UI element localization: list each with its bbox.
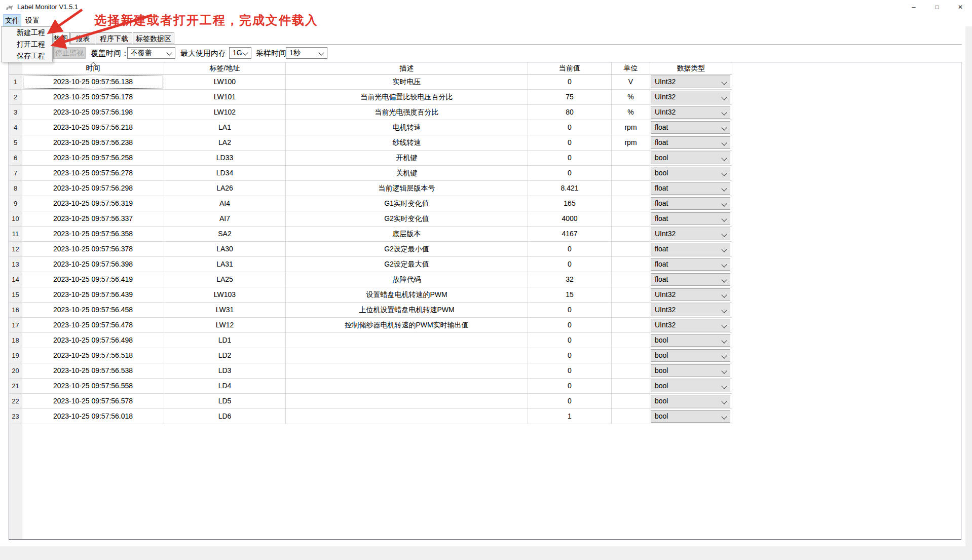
cell-value[interactable]: 0 bbox=[528, 379, 612, 394]
cell-description[interactable]: G2设定最小值 bbox=[286, 242, 528, 257]
table-corner-cell[interactable] bbox=[9, 62, 22, 74]
cell-time[interactable]: 2023-10-25 09:57:56.258 bbox=[22, 151, 164, 166]
cell-address[interactable]: LD2 bbox=[164, 348, 286, 363]
cell-address[interactable]: LW101 bbox=[164, 90, 286, 105]
cell-value[interactable]: 0 bbox=[528, 363, 612, 379]
row-number[interactable]: 9 bbox=[9, 196, 22, 211]
cell-address[interactable]: LD4 bbox=[164, 379, 286, 394]
cell-unit[interactable] bbox=[612, 181, 650, 196]
row-number[interactable]: 5 bbox=[9, 135, 22, 151]
datatype-select[interactable]: UInt32 bbox=[651, 288, 730, 301]
cell-value[interactable]: 8.421 bbox=[528, 181, 612, 196]
datatype-select[interactable]: UInt32 bbox=[651, 91, 730, 103]
cell-address[interactable]: LD33 bbox=[164, 151, 286, 166]
cell-address[interactable]: LA31 bbox=[164, 257, 286, 272]
cell-address[interactable]: AI4 bbox=[164, 196, 286, 211]
cell-description[interactable]: G2实时变化值 bbox=[286, 211, 528, 227]
row-number[interactable]: 13 bbox=[9, 257, 22, 272]
cell-value[interactable]: 0 bbox=[528, 120, 612, 135]
row-number[interactable]: 1 bbox=[9, 74, 22, 90]
cell-description[interactable]: 纱线转速 bbox=[286, 135, 528, 151]
cell-value[interactable]: 4000 bbox=[528, 211, 612, 227]
cell-time[interactable]: 2023-10-25 09:57:56.198 bbox=[22, 105, 164, 120]
cell-address[interactable]: LW102 bbox=[164, 105, 286, 120]
row-number[interactable]: 20 bbox=[9, 363, 22, 379]
cell-unit[interactable] bbox=[612, 394, 650, 409]
cell-unit[interactable] bbox=[612, 287, 650, 303]
cell-time[interactable]: 2023-10-25 09:57:56.138 bbox=[22, 74, 164, 90]
cell-description[interactable] bbox=[286, 363, 528, 379]
cell-unit[interactable]: rpm bbox=[612, 120, 650, 135]
cell-unit[interactable]: V bbox=[612, 74, 650, 90]
datatype-select[interactable]: UInt32 bbox=[651, 319, 730, 331]
max-memory-select[interactable]: 1G bbox=[229, 47, 251, 59]
cell-address[interactable]: LA26 bbox=[164, 181, 286, 196]
datatype-select[interactable]: bool bbox=[651, 410, 730, 423]
cell-time[interactable]: 2023-10-25 09:57:56.398 bbox=[22, 257, 164, 272]
cell-time[interactable]: 2023-10-25 09:57:56.337 bbox=[22, 211, 164, 227]
cell-value[interactable]: 0 bbox=[528, 166, 612, 181]
cell-time[interactable]: 2023-10-25 09:57:56.538 bbox=[22, 363, 164, 379]
cell-description[interactable]: 设置蜡盘电机转速的PWM bbox=[286, 287, 528, 303]
cell-address[interactable]: SA2 bbox=[164, 227, 286, 242]
stop-monitor-button[interactable]: 停止监视 bbox=[53, 47, 86, 59]
cell-time[interactable]: 2023-10-25 09:57:56.298 bbox=[22, 181, 164, 196]
cell-address[interactable]: LW12 bbox=[164, 318, 286, 333]
cell-unit[interactable] bbox=[612, 409, 650, 424]
cell-value[interactable]: 0 bbox=[528, 242, 612, 257]
row-number[interactable]: 18 bbox=[9, 333, 22, 348]
cell-value[interactable]: 32 bbox=[528, 272, 612, 287]
cell-unit[interactable] bbox=[612, 363, 650, 379]
cell-description[interactable]: 当前光电偏置比较电压百分比 bbox=[286, 90, 528, 105]
column-header-6[interactable]: 数据类型 bbox=[650, 62, 732, 74]
cell-address[interactable]: LW103 bbox=[164, 287, 286, 303]
cell-description[interactable] bbox=[286, 379, 528, 394]
menu-item-new-project[interactable]: 新建工程 bbox=[2, 27, 52, 39]
cell-value[interactable]: 75 bbox=[528, 90, 612, 105]
datatype-select[interactable]: UInt32 bbox=[651, 228, 730, 240]
column-header-3[interactable]: 描述 bbox=[286, 62, 528, 74]
cell-description[interactable] bbox=[286, 394, 528, 409]
row-number[interactable]: 12 bbox=[9, 242, 22, 257]
row-number[interactable]: 2 bbox=[9, 90, 22, 105]
tab-label-data-area[interactable]: 标签数据区 bbox=[133, 32, 174, 44]
cell-value[interactable]: 1 bbox=[528, 409, 612, 424]
cell-unit[interactable] bbox=[612, 211, 650, 227]
cell-description[interactable]: G1实时变化值 bbox=[286, 196, 528, 211]
cell-unit[interactable] bbox=[612, 379, 650, 394]
datatype-select[interactable]: float bbox=[651, 121, 730, 134]
cell-value[interactable]: 0 bbox=[528, 348, 612, 363]
row-number[interactable]: 22 bbox=[9, 394, 22, 409]
cell-unit[interactable] bbox=[612, 196, 650, 211]
cell-description[interactable]: 实时电压 bbox=[286, 74, 528, 90]
cell-value[interactable]: 0 bbox=[528, 135, 612, 151]
cell-description[interactable]: 开机键 bbox=[286, 151, 528, 166]
cell-description[interactable]: 电机转速 bbox=[286, 120, 528, 135]
column-header-2[interactable]: 标签/地址 bbox=[164, 62, 286, 74]
menu-settings[interactable]: 设置 bbox=[23, 14, 42, 26]
cell-value[interactable]: 4167 bbox=[528, 227, 612, 242]
tab-report[interactable]: 报表 bbox=[70, 32, 95, 44]
column-header-1[interactable]: 时间 bbox=[22, 62, 164, 74]
row-number[interactable]: 7 bbox=[9, 166, 22, 181]
datatype-select[interactable]: UInt32 bbox=[651, 304, 730, 316]
menu-file[interactable]: 文件 bbox=[3, 14, 21, 26]
cell-description[interactable]: 当前逻辑层版本号 bbox=[286, 181, 528, 196]
cell-description[interactable]: 控制储纱器电机转速的PWM实时输出值 bbox=[286, 318, 528, 333]
cell-unit[interactable] bbox=[612, 333, 650, 348]
cell-time[interactable]: 2023-10-25 09:57:56.439 bbox=[22, 287, 164, 303]
cell-unit[interactable] bbox=[612, 151, 650, 166]
datatype-select[interactable]: bool bbox=[651, 334, 730, 347]
cell-value[interactable]: 0 bbox=[528, 74, 612, 90]
cell-value[interactable]: 0 bbox=[528, 257, 612, 272]
cell-unit[interactable] bbox=[612, 227, 650, 242]
row-number[interactable]: 17 bbox=[9, 318, 22, 333]
row-number[interactable]: 14 bbox=[9, 272, 22, 287]
datatype-select[interactable]: float bbox=[651, 243, 730, 255]
column-header-5[interactable]: 单位 bbox=[612, 62, 650, 74]
row-number[interactable]: 8 bbox=[9, 181, 22, 196]
cell-address[interactable]: LA2 bbox=[164, 135, 286, 151]
cell-value[interactable]: 165 bbox=[528, 196, 612, 211]
datatype-select[interactable]: bool bbox=[651, 152, 730, 164]
datatype-select[interactable]: float bbox=[651, 197, 730, 210]
